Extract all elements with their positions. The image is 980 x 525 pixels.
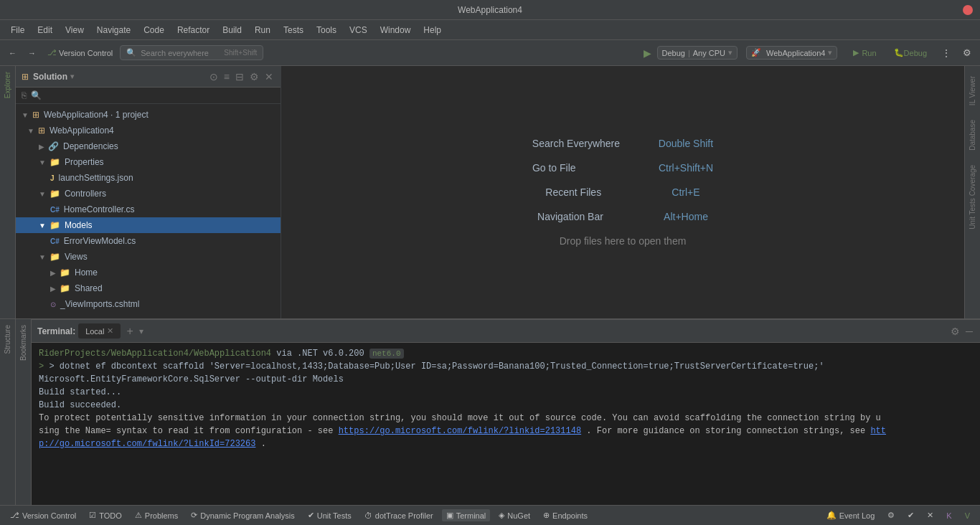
structure-label[interactable]: Structure: [4, 319, 11, 360]
dependencies-icon: 🔗: [48, 141, 59, 151]
close-explorer-button[interactable]: ✕: [263, 70, 275, 84]
terminal-close-button[interactable]: ─: [964, 324, 974, 339]
statusbar-eventlog[interactable]: 🔔 Event Log: [822, 509, 880, 521]
collapse-all-button[interactable]: ⊟: [234, 70, 245, 84]
terminal-link3[interactable]: p://go.microsoft.com/fwlink/?LinkId=7232…: [39, 439, 255, 449]
settings-toolbar-button[interactable]: ⚙: [958, 45, 976, 60]
hint-navigation-bar: Navigation Bar Alt+Home: [537, 211, 708, 222]
locate-button[interactable]: ⊙: [208, 70, 220, 84]
statusbar-todo[interactable]: ☑ TODO: [85, 509, 126, 521]
chevron-icon: ▼: [39, 159, 46, 166]
tree-item-home[interactable]: ▶ 📁 Home: [16, 265, 281, 280]
project-config-dropdown[interactable]: 🚀 WebApplication4 ▾: [746, 46, 837, 60]
statusbar-profiler[interactable]: ⏱ dotTrace Profiler: [360, 510, 438, 521]
terminal-local-tab[interactable]: Local ✕: [78, 323, 121, 339]
hint-label-recentfiles: Recent Files: [545, 186, 660, 198]
terminal-tab-arrow[interactable]: ▾: [139, 326, 143, 336]
menu-run[interactable]: Run: [250, 23, 275, 37]
bookmarks-strip: Bookmarks: [16, 319, 32, 505]
statusbar-kotlin-icon[interactable]: K: [942, 510, 956, 521]
add-terminal-button[interactable]: +: [123, 325, 136, 338]
terminal-line-build1: Build started...: [39, 386, 973, 399]
paste-icon[interactable]: ⎘: [22, 90, 27, 100]
debug-arrow-icon: ▶: [644, 47, 651, 59]
tree-item-project[interactable]: ▼ ⊞ WebApplication4: [16, 123, 281, 138]
folder-icon: 📁: [50, 157, 60, 167]
statusbar-endpoints[interactable]: ⊕ Endpoints: [539, 509, 592, 521]
search-box[interactable]: 🔍 Search everywhere Shift+Shift: [120, 45, 263, 60]
debug-config-dropdown[interactable]: Debug | Any CPU ▾: [657, 46, 738, 60]
explorer-actions: ⊙ ≡ ⊟ ⚙ ✕: [208, 70, 275, 84]
terminal-link2[interactable]: htt: [870, 426, 886, 436]
back-button[interactable]: ←: [4, 47, 21, 60]
statusbar-check-icon[interactable]: ✔: [903, 509, 918, 521]
profiler-status-icon: ⏱: [364, 511, 372, 520]
chevron-down-icon3[interactable]: ▾: [70, 72, 74, 80]
menu-view[interactable]: View: [60, 23, 89, 37]
tree-item-views[interactable]: ▼ 📁 Views: [16, 249, 281, 265]
statusbar-analysis[interactable]: ⟳ Dynamic Program Analysis: [187, 509, 298, 521]
terminal-tab-bar: Terminal: Local ✕ + ▾ ⚙ ─: [32, 320, 980, 343]
menu-tools[interactable]: Tools: [311, 23, 341, 37]
eventlog-status-icon: 🔔: [826, 511, 837, 520]
bug-icon: 🐛: [894, 48, 904, 57]
bookmarks-label[interactable]: Bookmarks: [19, 319, 27, 366]
explorer-settings-button[interactable]: ⚙: [248, 70, 260, 84]
menu-tests[interactable]: Tests: [278, 23, 308, 37]
statusbar-v-icon[interactable]: V: [961, 510, 974, 521]
search-tree-icon[interactable]: 🔍: [31, 90, 42, 100]
tree-item-homecontroller[interactable]: C# HomeController.cs: [16, 202, 281, 217]
tree-item-properties[interactable]: ▼ 📁 Properties: [16, 154, 281, 170]
tree-item-launchsettings[interactable]: J launchSettings.json: [16, 170, 281, 186]
terminal-close-icon[interactable]: ✕: [107, 326, 113, 336]
hint-recent-files: Recent Files Ctrl+E: [545, 186, 699, 198]
tree-item-dependencies[interactable]: ▶ 🔗 Dependencies: [16, 138, 281, 154]
terminal-line-warning1: To protect potentially sensitive informa…: [39, 412, 973, 425]
more-options-button[interactable]: ⋮: [937, 45, 956, 61]
statusbar-tests[interactable]: ✔ Unit Tests: [303, 509, 356, 521]
statusbar-x-icon[interactable]: ✕: [923, 509, 938, 521]
debug-run-button[interactable]: 🐛 Debug: [887, 46, 934, 60]
right-tab-unit-tests[interactable]: Unit Tests Coverage: [966, 161, 979, 234]
statusbar-problems[interactable]: ⚠ Problems: [131, 509, 182, 521]
tree-item-errorviewmodel[interactable]: C# ErrorViewModel.cs: [16, 233, 281, 249]
menu-build[interactable]: Build: [217, 23, 247, 37]
terminal-line-warning2: sing the Name= syntax to read it from co…: [39, 425, 973, 438]
vcs-button[interactable]: ⎇ Version Control: [43, 46, 117, 60]
menu-vcs[interactable]: VCS: [344, 23, 372, 37]
vcs-icon: ⎇: [47, 48, 57, 57]
menu-code[interactable]: Code: [138, 23, 169, 37]
terminal-line-command: > > dotnet ef dbcontext scaffold 'Server…: [39, 360, 973, 386]
statusbar-settings-icon[interactable]: ⚙: [883, 509, 899, 521]
right-tab-database[interactable]: Database: [966, 115, 979, 155]
expand-all-button[interactable]: ≡: [222, 70, 231, 84]
viewimports-label: _ViewImports.cshtml: [60, 299, 139, 309]
statusbar-nuget[interactable]: ◈ NuGet: [494, 509, 534, 521]
tree-item-shared[interactable]: ▶ 📁 Shared: [16, 280, 281, 296]
project-icon: ⊞: [38, 126, 45, 136]
terminal-link1[interactable]: https://go.microsoft.com/fwlink/?linkid=…: [339, 426, 581, 436]
menu-refactor[interactable]: Refactor: [172, 23, 215, 37]
tree-item-controllers[interactable]: ▼ 📁 Controllers: [16, 186, 281, 202]
right-tab-il-viewer[interactable]: IL Viewer: [966, 72, 979, 110]
statusbar-vcs[interactable]: ⎇ Version Control: [6, 509, 80, 521]
folder-icon5: 📁: [60, 268, 70, 278]
tree-item-models[interactable]: ▼ 📁 Models: [16, 217, 281, 233]
close-button[interactable]: [963, 5, 973, 15]
menu-edit[interactable]: Edit: [32, 23, 57, 37]
menu-window[interactable]: Window: [375, 23, 416, 37]
tree-item-root[interactable]: ▼ ⊞ WebApplication4 · 1 project: [16, 107, 281, 123]
menu-file[interactable]: File: [6, 23, 29, 37]
explorer-strip-label[interactable]: Explorer: [4, 66, 11, 104]
menu-navigate[interactable]: Navigate: [92, 23, 136, 37]
menu-bar: File Edit View Navigate Code Refactor Bu…: [0, 20, 980, 40]
root-label: WebApplication4 · 1 project: [44, 110, 149, 120]
tree-item-viewimports[interactable]: ⊙ _ViewImports.cshtml: [16, 296, 281, 312]
run-button[interactable]: ▶ Run: [846, 46, 883, 60]
forward-button[interactable]: →: [24, 47, 40, 60]
terminal-settings-button[interactable]: ⚙: [949, 324, 961, 339]
statusbar-terminal[interactable]: ▣ Terminal: [442, 509, 491, 521]
views-label: Views: [65, 252, 88, 262]
menu-help[interactable]: Help: [418, 23, 446, 37]
terminal-panel: Terminal: Local ✕ + ▾ ⚙ ─ RiderProjects/…: [32, 319, 980, 506]
